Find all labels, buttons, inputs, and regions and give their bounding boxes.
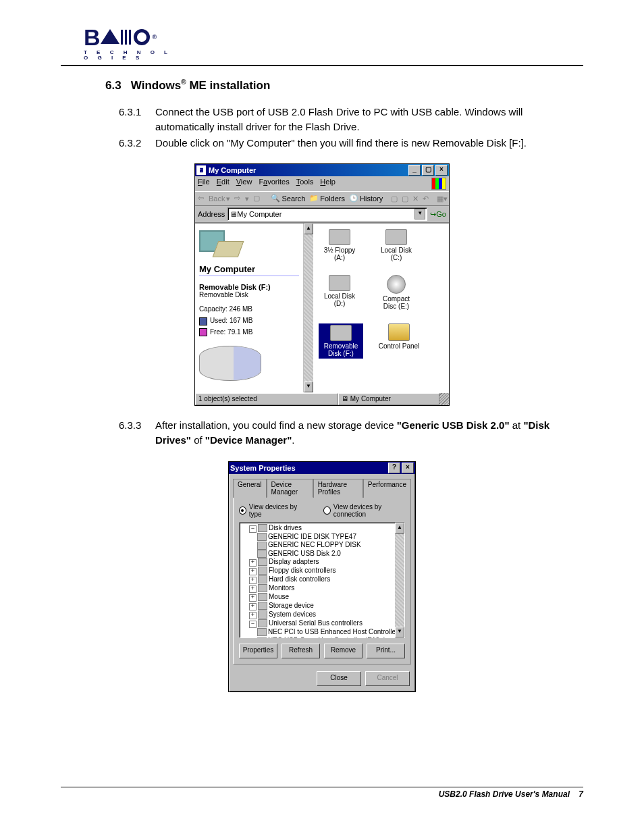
info-heading: My Computer — [199, 264, 299, 276]
undo-button[interactable]: ↶ — [423, 194, 429, 203]
menu-file[interactable]: File — [198, 178, 210, 190]
page-footer: USB2.0 Flash Drive User's Manual 7 — [61, 787, 583, 799]
controller-icon — [258, 575, 267, 583]
disk-icon — [257, 542, 267, 550]
back-button[interactable]: Back ▾ — [198, 194, 230, 203]
windows-logo-icon — [431, 178, 446, 190]
scroll-up-icon[interactable]: ▲ — [304, 224, 313, 234]
remove-button[interactable]: Remove — [324, 644, 363, 658]
drive-removable-f[interactable]: Removable Disk (F:) — [319, 323, 363, 359]
views-button[interactable]: ▦▾ — [437, 194, 448, 203]
tree-node[interactable]: NEC PCI to USB Enhanced Host Controller — [242, 628, 392, 636]
titlebar[interactable]: System Properties ? × — [229, 462, 415, 474]
scroll-down-icon[interactable]: ▼ — [395, 627, 404, 637]
menu-view[interactable]: View — [236, 178, 252, 190]
tab-performance[interactable]: Performance — [363, 479, 411, 498]
control-panel[interactable]: Control Panel — [378, 323, 420, 359]
tree-node[interactable]: GENERIC IDE DISK TYPE47 — [242, 533, 392, 541]
step-text: After installation, you could find a new… — [155, 418, 583, 448]
disk-usage-pie-icon — [199, 346, 261, 381]
history-button[interactable]: History — [349, 194, 383, 203]
tree-node-system-devices[interactable]: +System devices — [242, 610, 392, 619]
monitor-icon — [258, 584, 267, 592]
up-button[interactable] — [253, 194, 263, 203]
drive-local-c[interactable]: Local Disk (C:) — [375, 229, 417, 261]
my-computer-icon: 🖥 — [230, 210, 237, 218]
step-number: 6.3.1 — [119, 105, 155, 134]
scroll-down-icon[interactable]: ▼ — [304, 382, 313, 392]
hdd-icon — [329, 275, 350, 291]
folders-button[interactable]: Folders — [309, 194, 345, 203]
refresh-button[interactable]: Refresh — [281, 644, 320, 658]
cd-icon — [387, 275, 406, 294]
tree-node-storage[interactable]: +Storage device — [242, 602, 392, 610]
tab-general[interactable]: General — [233, 479, 267, 498]
step-633: 6.3.3 After installation, you could find… — [119, 418, 583, 448]
search-button[interactable]: Search — [271, 194, 305, 203]
used-text: Used: 167 MB — [199, 317, 299, 325]
tree-node-monitors[interactable]: +Monitors — [242, 584, 392, 593]
system-properties-dialog: System Properties ? × General Device Man… — [228, 461, 416, 692]
device-tree[interactable]: −Disk drives GENERIC IDE DISK TYPE47 GEN… — [239, 522, 405, 638]
tree-scrollbar[interactable]: ▲ ▼ — [395, 523, 404, 637]
drive-floppy-a[interactable]: 3½ Floppy (A:) — [319, 229, 360, 261]
tree-node-usb-controllers[interactable]: −Universal Serial Bus controllers — [242, 619, 392, 628]
properties-button[interactable]: Properties — [239, 644, 277, 658]
status-left: 1 object(s) selected — [195, 393, 338, 405]
window-title: My Computer — [209, 166, 256, 174]
tree-node-disk-drives[interactable]: −Disk drives — [242, 524, 392, 533]
menu-help[interactable]: Help — [320, 178, 336, 190]
resize-grip-icon[interactable] — [439, 393, 449, 405]
tree-node[interactable]: GENERIC NEC FLOPPY DISK — [242, 541, 392, 549]
close-button[interactable]: Close — [317, 671, 361, 686]
logo-letter-o — [134, 29, 150, 45]
tree-node[interactable]: NEC USB Open Host Controller (E13+) — [242, 636, 392, 637]
drive-local-d[interactable]: Local Disk (D:) — [319, 275, 360, 310]
selected-item-type: Removable Disk — [199, 291, 299, 298]
step-631: 6.3.1 Connect the USB port of USB 2.0 Fl… — [119, 105, 583, 134]
maximize-button[interactable]: ▢ — [422, 165, 434, 176]
print-button[interactable]: Print... — [367, 644, 405, 658]
tree-node-mouse[interactable]: +Mouse — [242, 593, 392, 602]
forward-button[interactable]: ▾ — [234, 194, 249, 203]
copy-to-button[interactable]: ▢ — [402, 194, 408, 203]
step-632: 6.3.2 Double click on "My Computer" then… — [119, 136, 583, 151]
cancel-button[interactable]: Cancel — [365, 671, 410, 686]
address-label: Address — [198, 210, 225, 218]
tree-node[interactable]: GENERIC USB Disk 2.0 — [242, 550, 392, 558]
tree-node-hdd-controllers[interactable]: +Hard disk controllers — [242, 575, 392, 584]
radio-view-by-connection[interactable]: View devices by connection — [323, 503, 405, 518]
menu-favorites[interactable]: Favorites — [259, 178, 289, 190]
titlebar[interactable]: 🖥 My Computer _ ▢ × — [195, 164, 449, 176]
menu-edit[interactable]: Edit — [217, 178, 230, 190]
disk-icon — [257, 550, 267, 558]
section-heading: 6.3 Windows® ME installation — [105, 78, 583, 93]
close-button[interactable]: × — [402, 463, 414, 473]
tab-hardware-profiles[interactable]: Hardware Profiles — [313, 479, 363, 498]
tree-node-display-adapters[interactable]: +Display adapters — [242, 558, 392, 567]
storage-icon — [258, 602, 267, 610]
close-button[interactable]: × — [435, 165, 448, 176]
step-number: 6.3.3 — [119, 418, 155, 448]
scroll-up-icon[interactable]: ▲ — [395, 523, 404, 533]
window-title: System Properties — [230, 464, 296, 472]
drive-compactdisc-e[interactable]: Compact Disc (E:) — [375, 275, 417, 310]
tab-device-manager[interactable]: Device Manager — [267, 479, 313, 498]
status-right: 🖥 My Computer — [338, 393, 439, 405]
section-title-post: ME installation — [186, 79, 271, 92]
my-computer-large-icon — [199, 228, 240, 261]
radio-view-by-type[interactable]: View devices by type — [239, 503, 303, 518]
move-to-button[interactable]: ▢ — [391, 194, 398, 203]
tab-panel: View devices by type View devices by con… — [233, 497, 411, 664]
delete-button[interactable]: ✕ — [412, 194, 419, 203]
chevron-down-icon[interactable]: ▼ — [414, 209, 425, 219]
tree-node-floppy-controllers[interactable]: +Floppy disk controllers — [242, 567, 392, 575]
left-scrollbar[interactable]: ▲ ▼ — [304, 224, 313, 392]
address-combo[interactable]: 🖥 My Computer ▼ — [227, 207, 427, 221]
menu-tools[interactable]: Tools — [296, 178, 314, 190]
go-button[interactable]: ↪Go — [430, 210, 446, 219]
help-button[interactable]: ? — [388, 463, 400, 473]
controller-icon — [258, 567, 267, 575]
minimize-button[interactable]: _ — [408, 165, 421, 176]
chip-icon — [258, 610, 267, 619]
